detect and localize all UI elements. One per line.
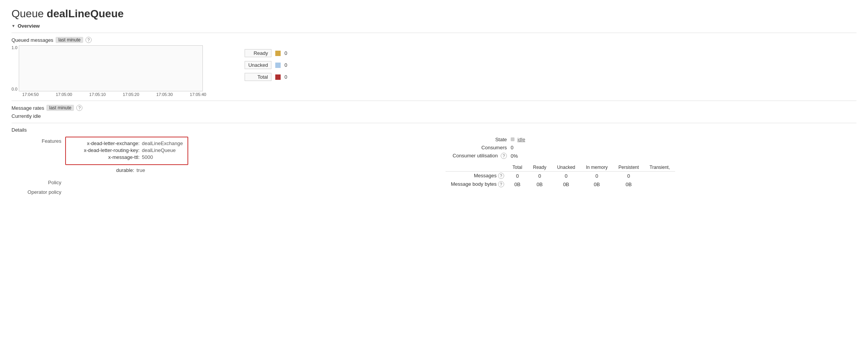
legend-color-total <box>275 74 281 80</box>
chart-y-top: 1.0 <box>12 45 17 50</box>
x-label-3: 17:05:20 <box>123 92 139 97</box>
feature-key-2: x-message-ttl: <box>71 154 140 160</box>
chart-area: 1.0 0.0 17:04:50 17:05:00 17:05:10 17:05… <box>12 45 856 97</box>
messages-table: Total Ready Unacked In memory Persistent… <box>446 163 675 188</box>
body-bytes-transient <box>644 180 675 188</box>
col-ready: Ready <box>528 163 552 172</box>
consumer-util-value: 0% <box>511 153 518 159</box>
feature-val-1: dealLineQueue <box>142 147 176 153</box>
policy-row: Policy <box>12 178 422 185</box>
feature-row-1: x-dead-letter-routing-key: dealLineQueue <box>71 147 183 153</box>
chart-wrap: 1.0 0.0 <box>12 45 206 91</box>
feature-row-2: x-message-ttl: 5000 <box>71 154 183 160</box>
operator-policy-label: Operator policy <box>12 188 65 195</box>
legend-label-unacked: Unacked <box>245 61 271 69</box>
table-row-messages: Messages ? 0 0 0 0 0 <box>446 172 675 180</box>
queued-messages-help[interactable]: ? <box>85 37 92 43</box>
message-rates-header: Message rates last minute ? <box>12 105 856 111</box>
message-rates-timeframe[interactable]: last minute <box>46 105 74 111</box>
messages-transient <box>644 172 675 180</box>
features-box: x-dead-letter-exchange: dealLineExchange… <box>65 137 188 165</box>
divider-2 <box>12 101 856 101</box>
feature-key-0: x-dead-letter-exchange: <box>71 140 140 146</box>
body-bytes-unacked: 0B <box>552 180 580 188</box>
overview-section-header[interactable]: ▼ Overview <box>12 23 856 29</box>
feature-val-2: 5000 <box>142 154 153 160</box>
consumers-row: Consumers 0 <box>446 145 856 150</box>
operator-policy-row: Operator policy <box>12 188 422 195</box>
feature-val-0: dealLineExchange <box>142 140 183 146</box>
consumer-util-label-text: Consumer utilisation <box>453 153 498 159</box>
messages-ready: 0 <box>528 172 552 180</box>
durable-row: durable: true <box>65 167 188 173</box>
page-title: Queue dealLineQueue <box>12 8 856 20</box>
x-label-4: 17:05:30 <box>156 92 173 97</box>
state-label: State <box>446 137 507 142</box>
consumer-util-help[interactable]: ? <box>501 153 507 159</box>
durable-key: durable: <box>65 167 134 173</box>
legend-value-unacked: 0 <box>284 62 287 68</box>
legend-item-total: Total 0 <box>245 73 287 81</box>
state-row: State idle <box>446 137 856 142</box>
message-rates-label: Message rates <box>12 105 44 111</box>
messages-total: 0 <box>507 172 528 180</box>
state-value: idle <box>511 137 525 142</box>
divider-1 <box>12 33 856 33</box>
col-total: Total <box>507 163 528 172</box>
x-label-1: 17:05:00 <box>56 92 72 97</box>
messages-row-label: Messages ? <box>446 172 507 180</box>
chart-y-bottom: 0.0 <box>12 87 17 91</box>
features-label: Features <box>12 137 65 144</box>
legend-item-unacked: Unacked 0 <box>245 61 287 69</box>
queued-messages-label: Queued messages <box>12 37 53 43</box>
policy-label: Policy <box>12 178 65 185</box>
body-bytes-persistent: 0B <box>613 180 644 188</box>
x-label-5: 17:05:40 <box>190 92 206 97</box>
legend-value-total: 0 <box>284 74 287 80</box>
feature-key-1: x-dead-letter-routing-key: <box>71 147 140 153</box>
col-persistent: Persistent <box>613 163 644 172</box>
message-rates-help[interactable]: ? <box>76 105 82 111</box>
consumers-value: 0 <box>511 145 513 150</box>
col-unacked: Unacked <box>552 163 580 172</box>
table-row-body-bytes: Message body bytes ? 0B 0B 0B 0B 0B <box>446 180 675 188</box>
messages-in-memory: 0 <box>580 172 613 180</box>
messages-persistent: 0 <box>613 172 644 180</box>
queued-messages-timeframe[interactable]: last minute <box>56 37 83 43</box>
chart-x-labels: 17:04:50 17:05:00 17:05:10 17:05:20 17:0… <box>22 92 206 97</box>
chart-y-labels: 1.0 0.0 <box>12 45 17 91</box>
messages-table-header: Total Ready Unacked In memory Persistent… <box>446 163 675 172</box>
durable-value: true <box>136 167 145 173</box>
overview-label: Overview <box>18 23 40 29</box>
details-right: State idle Consumers 0 Consumer utilisat… <box>446 137 856 197</box>
body-bytes-in-memory: 0B <box>580 180 613 188</box>
legend-label-ready: Ready <box>245 49 271 57</box>
legend-color-ready <box>275 51 281 56</box>
details-grid: Features x-dead-letter-exchange: dealLin… <box>12 137 856 197</box>
queued-messages-header: Queued messages last minute ? <box>12 37 856 43</box>
consumer-util-label: Consumer utilisation ? <box>446 153 507 159</box>
messages-unacked: 0 <box>552 172 580 180</box>
consumer-util-row: Consumer utilisation ? 0% <box>446 153 856 159</box>
body-bytes-total: 0B <box>507 180 528 188</box>
feature-row-0: x-dead-letter-exchange: dealLineExchange <box>71 140 183 146</box>
chart-legend: Ready 0 Unacked 0 Total 0 <box>245 49 287 97</box>
consumers-label: Consumers <box>446 145 507 150</box>
chart-box <box>19 45 203 91</box>
legend-item-ready: Ready 0 <box>245 49 287 57</box>
state-text: idle <box>518 137 525 142</box>
legend-color-unacked <box>275 63 281 68</box>
details-label: Details <box>12 127 856 133</box>
divider-3 <box>12 123 856 123</box>
message-rates-status: Currently idle <box>12 113 856 119</box>
details-left: Features x-dead-letter-exchange: dealLin… <box>12 137 422 197</box>
body-bytes-help[interactable]: ? <box>498 181 504 187</box>
state-dot <box>511 137 515 141</box>
x-label-2: 17:05:10 <box>89 92 106 97</box>
features-row: Features x-dead-letter-exchange: dealLin… <box>12 137 422 174</box>
col-transient: Transient, <box>644 163 675 172</box>
messages-help[interactable]: ? <box>498 173 504 179</box>
body-bytes-ready: 0B <box>528 180 552 188</box>
body-bytes-row-label: Message body bytes ? <box>446 180 507 188</box>
legend-value-ready: 0 <box>284 50 287 56</box>
